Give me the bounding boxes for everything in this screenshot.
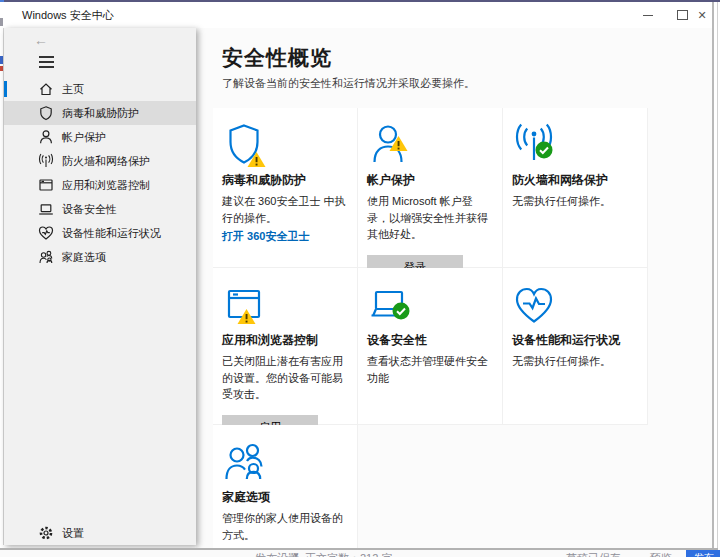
family-icon [222, 439, 268, 483]
page-title: 安全性概览 [222, 44, 332, 72]
navigation-sidebar: ← 主页 病毒和威胁防护 帐户保护 防火墙和网络保护 应用和浏览器控制 [4, 28, 196, 545]
card-family-options: 家庭选项 管理你的家人使用设备的方式。 [213, 425, 358, 557]
word-count-label: 正文字数：212 字 [305, 551, 392, 557]
card-description: 无需执行任何操作。 [512, 353, 638, 370]
menu-button[interactable] [38, 54, 60, 72]
sidebar-item-label: 设置 [62, 526, 84, 541]
card-title: 防火墙和网络保护 [512, 172, 639, 189]
main-content: 安全性概览 了解设备当前的安全性和运行情况并采取必要操作。 病毒和威胁防护 建议… [196, 28, 712, 548]
caret-down-icon: ▼ [292, 551, 300, 557]
page-subtitle: 了解设备当前的安全性和运行情况并采取必要操作。 [222, 76, 475, 91]
sidebar-item-label: 家庭选项 [62, 250, 106, 265]
gear-icon [38, 525, 54, 541]
health-heart-icon [38, 225, 54, 241]
hamburger-icon [39, 56, 54, 58]
sidebar-item-firewall-network[interactable]: 防火墙和网络保护 [4, 149, 196, 173]
browser-window-icon [38, 177, 54, 193]
card-description: 建议在 360安全卫士 中执行的操作。 [222, 193, 348, 226]
open-360-link[interactable]: 打开 360安全卫士 [222, 229, 349, 244]
card-device-security: 设备安全性 查看状态并管理硬件安全功能 [358, 268, 503, 425]
minimize-button[interactable] [631, 2, 665, 28]
card-title: 病毒和威胁防护 [222, 172, 349, 189]
card-account-protection: 帐户保护 使用 Microsoft 帐户登录，以增强安全性并获得其他好处。 登录… [358, 108, 503, 268]
browser-window-icon [222, 282, 268, 326]
sidebar-item-label: 应用和浏览器控制 [62, 178, 150, 193]
card-description: 无需执行任何操作。 [512, 193, 638, 210]
selection-indicator [4, 81, 7, 97]
sidebar-item-label: 病毒和威胁防护 [62, 106, 139, 121]
person-icon [367, 122, 413, 166]
close-icon: ✕ [697, 10, 706, 21]
family-icon [38, 249, 54, 265]
home-icon [38, 81, 54, 97]
sidebar-item-label: 防火墙和网络保护 [62, 154, 150, 169]
sidebar-item-family-options[interactable]: 家庭选项 [4, 245, 196, 269]
sidebar-item-virus-threat[interactable]: 病毒和威胁防护 [4, 101, 196, 125]
sidebar-item-label: 设备安全性 [62, 202, 117, 217]
warning-badge-icon [237, 308, 256, 325]
card-app-browser-control: 应用和浏览器控制 已关闭阻止潜在有害应用的设置。您的设备可能易受攻击。 启用 忽… [213, 268, 358, 425]
sidebar-item-settings[interactable]: 设置 [4, 521, 196, 545]
empty-cell [503, 425, 648, 557]
sidebar-item-label: 帐户保护 [62, 130, 106, 145]
publish-button-label: 发布 [694, 551, 714, 557]
window-title: Windows 安全中心 [22, 8, 114, 23]
card-description: 管理你的家人使用设备的方式。 [222, 510, 348, 543]
warning-badge-icon [247, 151, 266, 168]
security-cards-grid: 病毒和威胁防护 建议在 360安全卫士 中执行的操作。 打开 360安全卫士 帐… [213, 108, 649, 557]
health-heart-icon [512, 282, 558, 326]
card-description: 查看状态并管理硬件安全功能 [367, 353, 493, 386]
warning-badge-icon [389, 135, 408, 152]
card-virus-threat-protection: 病毒和威胁防护 建议在 360安全卫士 中执行的操作。 打开 360安全卫士 [213, 108, 358, 268]
preview-button[interactable]: 预览 [650, 551, 672, 557]
empty-cell [358, 425, 503, 557]
firewall-icon [38, 153, 54, 169]
card-title: 帐户保护 [367, 172, 494, 189]
ok-badge-icon [392, 302, 410, 320]
sidebar-item-account-protection[interactable]: 帐户保护 [4, 125, 196, 149]
minimize-icon [643, 15, 653, 16]
ok-badge-icon [535, 141, 553, 159]
card-title: 设备性能和运行状况 [512, 332, 639, 349]
laptop-icon [367, 282, 413, 326]
sidebar-item-label: 主页 [62, 82, 84, 97]
laptop-icon [38, 201, 54, 217]
firewall-icon [512, 122, 558, 166]
card-description: 已关闭阻止潜在有害应用的设置。您的设备可能易受攻击。 [222, 353, 348, 403]
sidebar-item-app-browser[interactable]: 应用和浏览器控制 [4, 173, 196, 197]
sidebar-item-device-security[interactable]: 设备安全性 [4, 197, 196, 221]
publish-button[interactable]: 发布 [686, 550, 720, 557]
card-title: 家庭选项 [222, 489, 349, 506]
sidebar-item-device-performance[interactable]: 设备性能和运行状况 [4, 221, 196, 245]
background-app-statusbar: 发布设置 ▼ 正文字数：212 字 草稿已保存 预览 发布 [0, 550, 720, 557]
card-description: 使用 Microsoft 帐户登录，以增强安全性并获得其他好处。 [367, 193, 493, 243]
back-button[interactable]: ← [30, 30, 52, 50]
window-right-border [712, 2, 714, 549]
desktop-fragment [0, 18, 3, 26]
window-right-border [717, 2, 718, 549]
card-firewall-network: 防火墙和网络保护 无需执行任何操作。 [503, 108, 648, 268]
card-title: 设备安全性 [367, 332, 494, 349]
shield-icon [222, 122, 268, 166]
person-icon [38, 129, 54, 145]
card-device-performance: 设备性能和运行状况 无需执行任何操作。 [503, 268, 648, 425]
sidebar-item-label: 设备性能和运行状况 [62, 226, 161, 241]
shield-icon [38, 105, 54, 121]
titlebar: Windows 安全中心 ✕ [3, 2, 717, 28]
draft-saved-label: 草稿已保存 [566, 551, 621, 557]
card-title: 应用和浏览器控制 [222, 332, 349, 349]
sidebar-item-home[interactable]: 主页 [4, 77, 196, 101]
back-icon: ← [34, 32, 48, 48]
